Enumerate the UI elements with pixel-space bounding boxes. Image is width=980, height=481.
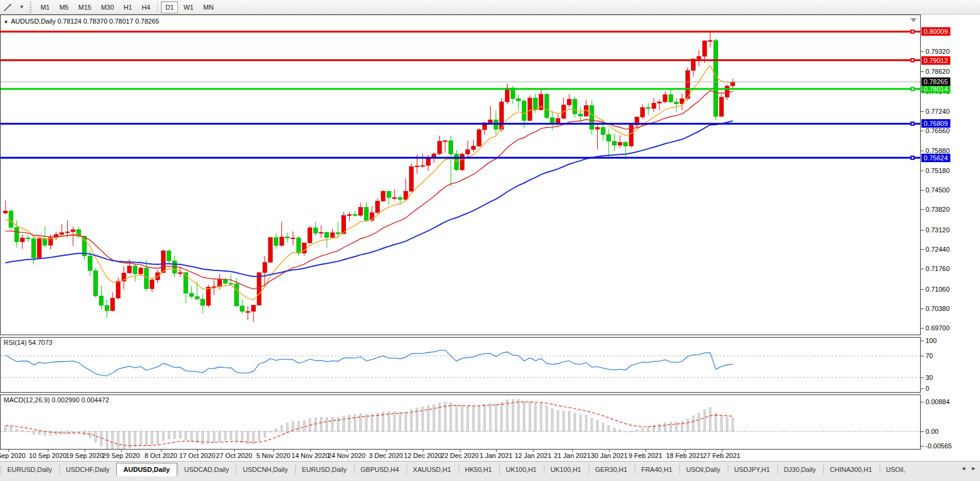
tab-scroll-left-icon[interactable]: ◄	[958, 464, 969, 473]
price-tick-label: 0.73120	[921, 226, 950, 234]
chart-tabs: EURUSD,DailyUSDCHF,DailyAUDUSD,DailyUSDC…	[0, 463, 980, 476]
price-tick-label: 0.74500	[921, 186, 950, 194]
date-label: 5 Nov 2020	[256, 452, 290, 459]
rsi-axis-label: 30	[921, 374, 933, 381]
chart-title-text: AUDUSD,Daily 0.78124 0.78370 0.78017 0.7…	[11, 18, 159, 25]
date-label: 19 Sep 2020	[66, 452, 103, 459]
chart-region: ▼AUDUSD,Daily 0.78124 0.78370 0.78017 0.…	[0, 15, 980, 461]
timeframe-button-MN[interactable]: MN	[199, 1, 218, 13]
timeframe-button-M1[interactable]: M1	[36, 1, 54, 13]
date-label: 18 Feb 2021	[666, 452, 704, 459]
date-label: 3 Dec 2020	[369, 452, 403, 459]
draw-tool-dropdown[interactable]: ▼	[16, 1, 27, 13]
draw-tool-button[interactable]	[1, 1, 15, 13]
macd-panel[interactable]: MACD(12,26,9) 0.002990 0.004472	[0, 394, 921, 450]
macd-canvas	[1, 395, 920, 449]
date-label: 1 Jan 2021	[480, 452, 512, 459]
chart-tab-gbpusdh4[interactable]: GBPUSD,H4	[353, 463, 406, 476]
date-label: 24 Nov 2020	[328, 452, 365, 459]
timeframe-button-M30[interactable]: M30	[97, 1, 118, 13]
bottom-bar: EURUSD,DailyUSDCHF,DailyAUDUSD,DailyUSDC…	[0, 461, 980, 481]
price-tick-label: 0.70380	[921, 305, 950, 312]
medium-ma-line	[5, 91, 733, 289]
collapse-icon[interactable]: ▼	[4, 19, 8, 25]
tab-scroll-right-icon[interactable]: ►	[969, 464, 979, 473]
rsi-canvas	[1, 338, 920, 392]
chart-tab-fra40h1[interactable]: FRA40,H1	[634, 463, 679, 476]
chart-title: ▼AUDUSD,Daily 0.78124 0.78370 0.78017 0.…	[4, 18, 159, 25]
level-price-badge: 0.78014	[921, 85, 950, 93]
price-tick-label: 0.77240	[921, 108, 950, 115]
timeframe-button-D1[interactable]: D1	[161, 1, 178, 13]
timeframe-buttons: M1M5M15M30H1H4D1W1MN	[36, 1, 218, 13]
timeframe-button-W1[interactable]: W1	[179, 1, 198, 13]
scroll-position-marker	[910, 18, 916, 22]
price-chart-canvas	[1, 15, 920, 335]
chart-tab-usdcaddaily[interactable]: USDCAD,Daily	[177, 463, 236, 476]
chart-tab-eurusddaily[interactable]: EURUSD,Daily	[295, 463, 353, 476]
price-tick-label: 0.75180	[921, 167, 950, 174]
date-axis[interactable]: 1 Sep 2020 10 Sep 2020 19 Sep 2020 29 Se…	[0, 450, 921, 461]
toolbar-separator	[157, 2, 158, 13]
level-price-badge: 0.79012	[921, 56, 950, 65]
date-label: 12 Dec 2020	[404, 452, 442, 459]
macd-label: MACD(12,26,9) 0.002990 0.004472	[4, 396, 109, 404]
date-label: 22 Dec 2020	[441, 452, 479, 459]
price-tick-label: 0.69700	[921, 324, 950, 332]
chart-tab-ger30h1[interactable]: GER30,H1	[588, 463, 634, 476]
price-tick-label: 0.78620	[921, 68, 950, 75]
date-label: 8 Oct 2020	[145, 452, 177, 459]
price-axis[interactable]: 0.793200.786200.779400.772400.765600.758…	[921, 15, 980, 461]
price-tick-label: 0.79320	[921, 48, 950, 55]
date-label: 17 Oct 2020	[179, 452, 215, 459]
timeframe-button-M15[interactable]: M15	[74, 1, 95, 13]
chart-tab-uk100h1[interactable]: UK100,H1	[498, 463, 543, 476]
chart-tab-usoildaily[interactable]: USOil,Daily	[679, 463, 727, 476]
date-label: 14 Nov 2020	[292, 452, 329, 459]
level-price-badge: 0.76809	[921, 119, 950, 128]
rsi-axis-label: 100	[921, 337, 936, 344]
fast-ma-line	[5, 65, 733, 300]
chart-tab-dj30daily[interactable]: DJ30,Daily	[777, 463, 823, 476]
rsi-panel[interactable]: RSI(14) 54.7073	[0, 337, 921, 393]
price-chart-panel[interactable]: ▼AUDUSD,Daily 0.78124 0.78370 0.78017 0.…	[0, 15, 921, 335]
chart-tab-usoil[interactable]: USOil,	[879, 463, 912, 476]
tab-scroll-buttons: ◄ ►	[958, 464, 979, 473]
date-label: 10 Sep 2020	[29, 452, 67, 459]
chart-tab-xauusdh1[interactable]: XAUUSD,H1	[406, 463, 458, 476]
crosshair-draw-icon	[4, 3, 12, 11]
timeframe-button-H1[interactable]: H1	[119, 1, 136, 13]
chart-tab-china300h1[interactable]: CHINA300,H1	[823, 463, 879, 476]
chevron-down-icon: ▼	[19, 4, 24, 10]
rsi-axis-label: 0	[921, 385, 929, 392]
chart-tab-eurusddaily[interactable]: EURUSD,Daily	[0, 463, 59, 476]
chart-tab-usdjpyh1[interactable]: USDJPY,H1	[727, 463, 777, 476]
macd-axis-label: 0.00	[921, 428, 938, 435]
toolbar: ▼ M1M5M15M30H1H4D1W1MN	[0, 0, 980, 15]
date-label: 12 Jan 2021	[515, 452, 552, 459]
macd-axis-label: -0.00565	[921, 442, 952, 450]
timeframe-button-H4[interactable]: H4	[137, 1, 154, 13]
timeframe-button-M5[interactable]: M5	[55, 1, 73, 13]
rsi-line	[5, 350, 733, 376]
chart-tab-usdcnhdaily[interactable]: USDCNH,Daily	[235, 463, 295, 476]
macd-axis-label: 0.00884	[921, 398, 950, 405]
price-tick-label: 0.72440	[921, 246, 950, 253]
chart-tab-uk100h1[interactable]: UK100,H1	[543, 463, 588, 476]
macd-signal-line	[5, 402, 733, 446]
chart-tab-hk50h1[interactable]: HK50,H1	[458, 463, 499, 476]
price-tick-label: 0.71760	[921, 265, 950, 272]
toolbar-grip	[29, 2, 32, 13]
date-label: 30 Jan 2021	[591, 452, 628, 459]
chart-tab-audusddaily[interactable]: AUDUSD,Daily	[116, 463, 177, 476]
chart-tab-usdchfdaily[interactable]: USDCHF,Daily	[59, 463, 116, 476]
date-label: 1 Sep 2020	[0, 452, 25, 459]
date-label: 27 Oct 2020	[216, 452, 252, 459]
date-label: 21 Jan 2021	[554, 452, 591, 459]
date-label: 9 Feb 2021	[629, 452, 662, 459]
candles-layer	[4, 31, 735, 322]
rsi-axis-label: 70	[921, 352, 933, 359]
date-label: 29 Sep 2020	[102, 452, 140, 459]
chart-column: ▼AUDUSD,Daily 0.78124 0.78370 0.78017 0.…	[0, 15, 921, 461]
level-price-badge: 0.80009	[921, 27, 950, 36]
